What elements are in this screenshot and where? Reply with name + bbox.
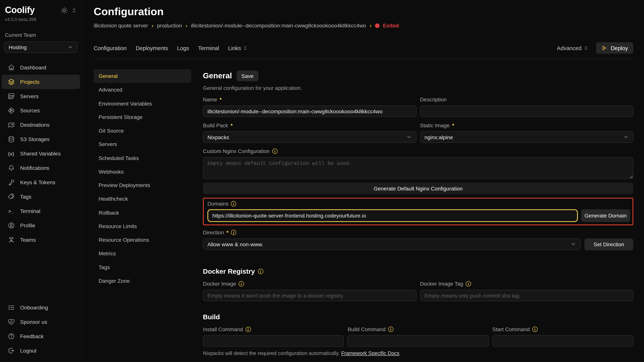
subnav-item-persistent-storage[interactable]: Persistent Storage <box>94 110 192 124</box>
advanced-menu-button[interactable]: Advanced <box>557 45 588 51</box>
sidebar-item-servers[interactable]: Servers <box>2 89 80 103</box>
domains-input[interactable] <box>208 209 578 222</box>
subnav-item-preview-deployments[interactable]: Preview Deployments <box>94 179 192 192</box>
sidebar-item-keys-tokens[interactable]: Keys & Tokens <box>2 175 80 190</box>
info-icon[interactable]: i <box>245 327 251 332</box>
breadcrumb: illicitonion quote server › production ›… <box>94 22 644 29</box>
build-command-input[interactable] <box>348 335 488 347</box>
sidebar-item-label: Destinations <box>20 122 50 128</box>
chevron-down-icon <box>623 134 629 140</box>
tab-configuration[interactable]: Configuration <box>94 45 127 51</box>
breadcrumb-environment[interactable]: production <box>157 22 182 29</box>
sidebar-item-teams[interactable]: Teams <box>2 233 80 247</box>
subnav-item-general[interactable]: General <box>94 69 192 83</box>
info-icon[interactable]: i <box>231 201 236 206</box>
sidebar-item-dashboard[interactable]: Dashboard <box>2 60 80 75</box>
subnav-item-advanced[interactable]: Advanced <box>94 83 192 97</box>
sidebar-item-label: Keys & Tokens <box>20 179 55 186</box>
breadcrumb-project[interactable]: illicitonion quote server <box>94 22 148 29</box>
info-icon[interactable]: i <box>231 230 236 235</box>
sidebar-footer: Onboarding Sponsor us Feedback <box>0 300 82 358</box>
direction-select[interactable]: Allow www & non-www. <box>203 239 581 250</box>
sidebar-item-label: S3 Storages <box>20 136 50 142</box>
subnav-item-servers[interactable]: Servers <box>94 137 192 151</box>
subnav-item-webhooks[interactable]: Webhooks <box>94 165 192 179</box>
sidebar-item-logout[interactable]: Logout <box>2 344 80 358</box>
description-input[interactable] <box>420 105 633 117</box>
sidebar-item-tags[interactable]: Tags <box>2 190 80 204</box>
tab-logs[interactable]: Logs <box>177 45 189 51</box>
breadcrumb-application[interactable]: illicitestonion/-module--decomposition:m… <box>191 22 366 29</box>
subnav-item-scheduled-tasks[interactable]: Scheduled Tasks <box>94 151 192 165</box>
deploy-button[interactable]: Deploy <box>596 42 634 54</box>
sidebar-item-label: Sponsor us <box>20 319 47 325</box>
build-pack-label: Build Pack* <box>203 122 416 129</box>
subnav-item-danger-zone[interactable]: Danger Zone <box>94 274 192 288</box>
tab-links[interactable]: Links <box>228 45 248 51</box>
nixpacks-note: Nixpacks will detect the required config… <box>203 351 634 356</box>
generate-nginx-config-button[interactable]: Generate Default Nginx Configuration <box>203 183 634 194</box>
info-icon[interactable]: i <box>466 281 471 286</box>
subnav-item-environment-variables[interactable]: Environment Variables <box>94 97 192 110</box>
name-input[interactable] <box>203 105 416 117</box>
sidebar-item-notifications[interactable]: Notifications <box>2 161 80 175</box>
breadcrumb-chevron-icon: › <box>152 23 153 28</box>
generate-domain-button[interactable]: Generate Domain <box>581 209 630 222</box>
tabbar: Configuration Deployments Logs Terminal … <box>94 42 644 54</box>
info-icon[interactable]: i <box>388 327 393 332</box>
bell-icon <box>8 165 15 172</box>
sidebar-item-label: Notifications <box>20 165 49 171</box>
subnav-item-rollback[interactable]: Rollback <box>94 206 192 219</box>
sidebar-item-label: Teams <box>20 237 36 243</box>
sidebar-item-label: Sources <box>20 107 40 114</box>
framework-docs-link[interactable]: Framework Specific Docs <box>341 351 399 356</box>
sidebar: Coolify v4.0.0-beta.399 Current Team Hos… <box>0 0 82 362</box>
theme-toggle-sun-icon[interactable] <box>61 7 68 14</box>
sidebar-item-onboarding[interactable]: Onboarding <box>2 300 80 315</box>
docker-image-label: Docker Image i <box>203 281 416 287</box>
sidebar-item-sources[interactable]: Sources <box>2 103 80 118</box>
team-select-value: Hosting <box>9 44 27 50</box>
status-text: Exited <box>383 22 399 29</box>
info-icon[interactable]: i <box>258 269 263 274</box>
subnav-item-healthcheck[interactable]: Healthcheck <box>94 192 192 206</box>
subnav-item-metrics[interactable]: Metrics <box>94 247 192 260</box>
build-pack-select[interactable]: Nixpacks <box>203 131 416 143</box>
info-icon[interactable]: i <box>238 281 244 286</box>
save-button[interactable]: Save <box>236 70 258 81</box>
sidebar-collapse-chevrons-icon[interactable] <box>72 7 77 13</box>
info-icon[interactable]: i <box>532 327 538 332</box>
database-icon <box>8 136 15 143</box>
subnav-item-resource-operations[interactable]: Resource Operations <box>94 233 192 247</box>
sidebar-item-feedback[interactable]: Feedback <box>2 329 80 344</box>
docker-image-input[interactable] <box>203 290 416 301</box>
tab-terminal[interactable]: Terminal <box>198 45 219 51</box>
sidebar-item-sponsor-us[interactable]: Sponsor us <box>2 315 80 329</box>
sidebar-item-destinations[interactable]: Destinations <box>2 118 80 132</box>
custom-nginx-textarea[interactable] <box>203 157 634 179</box>
install-command-input[interactable] <box>203 335 344 347</box>
tab-deployments[interactable]: Deployments <box>136 45 168 51</box>
static-image-select[interactable]: nginx:alpine <box>420 131 633 143</box>
start-command-input[interactable] <box>492 335 634 347</box>
user-circle-icon <box>8 222 15 229</box>
docker-image-tag-input[interactable] <box>420 290 633 301</box>
chevron-down-icon <box>406 134 412 140</box>
team-select[interactable]: Hosting <box>4 41 78 53</box>
subnav-item-git-source[interactable]: Git Source <box>94 124 192 137</box>
chevron-down-icon <box>570 241 576 247</box>
subnav-item-tags[interactable]: Tags <box>94 260 192 274</box>
sidebar-item-terminal[interactable]: >_ Terminal <box>2 204 80 218</box>
subnav-item-resource-limits[interactable]: Resource Limits <box>94 219 192 233</box>
domains-label: Domains i <box>208 201 630 207</box>
set-direction-button[interactable]: Set Direction <box>584 239 633 250</box>
shared-variables-icon: (x) <box>8 151 15 156</box>
install-command-label: Install Command i <box>203 326 344 333</box>
sidebar-item-projects[interactable]: Projects <box>2 75 80 89</box>
sidebar-item-s3-storages[interactable]: S3 Storages <box>2 132 80 147</box>
current-team-label: Current Team <box>0 32 82 38</box>
sidebar-item-shared-variables[interactable]: (x) Shared Variables <box>2 147 80 161</box>
sidebar-item-label: Profile <box>20 222 35 229</box>
info-icon[interactable]: i <box>272 148 278 154</box>
sidebar-item-profile[interactable]: Profile <box>2 218 80 233</box>
